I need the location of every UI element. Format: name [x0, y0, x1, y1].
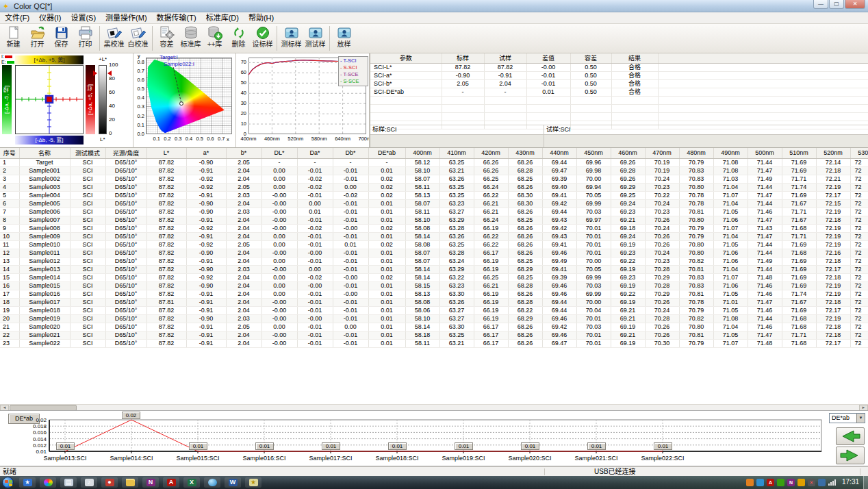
taskbar-word[interactable]: W — [225, 477, 241, 488]
打印-button[interactable]: 打印 — [73, 25, 97, 52]
close-button[interactable]: ✕ — [845, 0, 865, 9]
tray-network-signal[interactable] — [828, 479, 836, 486]
chevron-down-icon[interactable]: ▼ — [856, 414, 865, 423]
taskbar-windows-explorer[interactable] — [122, 477, 138, 488]
测试样-button[interactable]: 测试样 — [303, 25, 327, 52]
table-row[interactable]: 23Sample022SCID65/10°87.82-0.912.04-0.00… — [0, 339, 868, 347]
taskbar-adobe-reader[interactable]: A — [163, 477, 179, 488]
cie-sample-label[interactable]: Sample022:I — [164, 61, 194, 67]
minimize-button[interactable]: — — [813, 0, 828, 9]
column-header[interactable]: 400nm — [405, 148, 439, 158]
++库-button[interactable]: ++库 — [203, 25, 227, 52]
column-header[interactable]: 490nm — [713, 148, 748, 158]
trend-metric-dropdown[interactable]: DE*ab ▼ — [829, 413, 865, 423]
taskbar-app-star-yellow[interactable]: ★ — [245, 477, 261, 488]
table-row[interactable]: 1TargetSCID65/10°87.82-0.902.05----58.12… — [0, 158, 868, 166]
taskbar-media-app[interactable]: ♪ — [81, 477, 97, 488]
column-header[interactable]: 测试模式 — [70, 148, 105, 158]
column-header[interactable]: 530nm — [850, 148, 868, 158]
table-row[interactable]: 7Sample006SCID65/10°87.82-0.902.03-0.000… — [0, 208, 868, 216]
设标样-button[interactable]: 设标样 — [251, 25, 275, 52]
tray-tray-window-app[interactable] — [818, 479, 826, 486]
column-header[interactable]: 410nm — [439, 148, 474, 158]
menu-standard-library[interactable]: 标准库(D) — [201, 12, 244, 24]
show-desktop-button[interactable] — [863, 476, 868, 489]
column-header[interactable]: DE*ab — [368, 148, 405, 158]
cie-target-label[interactable]: Target:I — [159, 54, 178, 60]
table-row[interactable]: 12Sample011SCID65/10°87.82-0.902.04-0.00… — [0, 249, 868, 257]
column-header[interactable]: 440nm — [542, 148, 576, 158]
column-header[interactable]: 450nm — [576, 148, 611, 158]
menu-instrument[interactable]: 仪器(I) — [34, 12, 66, 24]
table-row[interactable]: 11Sample010SCID65/10°87.82-0.922.050.00-… — [0, 240, 868, 249]
taskbar-onenote[interactable]: N — [142, 477, 159, 488]
column-header[interactable]: 430nm — [508, 148, 542, 158]
白校准-button[interactable]: 白校准 — [126, 25, 150, 52]
menu-file[interactable]: 文件(F) — [0, 12, 34, 24]
保存-button[interactable]: 保存 — [49, 25, 73, 52]
column-header[interactable]: 480nm — [679, 148, 713, 158]
table-row[interactable]: 17Sample016SCID65/10°87.82-0.912.040.00-… — [0, 290, 868, 298]
menu-help[interactable]: 帮助(H) — [244, 12, 279, 24]
menu-measure[interactable]: 测量操作(M) — [101, 12, 152, 24]
table-row[interactable]: 16Sample015SCID65/10°87.82-0.902.040.00-… — [0, 281, 868, 290]
table-row[interactable]: 9Sample008SCID65/10°87.82-0.922.04-0.00-… — [0, 224, 868, 232]
删除-button[interactable]: 删除 — [227, 25, 251, 52]
放样-button[interactable]: 放样 — [332, 25, 356, 52]
column-header[interactable]: 420nm — [474, 148, 508, 158]
taskbar-clock[interactable]: 17:31 — [842, 478, 859, 486]
column-header[interactable]: 500nm — [748, 148, 782, 158]
tray-tray-acrobat[interactable]: A — [767, 479, 774, 486]
table-row[interactable]: 4Sample003SCID65/10°87.82-0.922.050.00-0… — [0, 183, 868, 191]
table-row[interactable]: 2Sample001SCID65/10°87.82-0.912.040.00-0… — [0, 166, 868, 175]
cie-plot-area[interactable] — [146, 58, 232, 134]
打开-button[interactable]: 打开 — [25, 25, 49, 52]
table-row[interactable]: 19Sample018SCID65/10°87.82-0.912.04-0.00… — [0, 306, 868, 314]
column-header[interactable]: DL* — [261, 148, 297, 158]
previous-page-button[interactable] — [836, 427, 865, 445]
table-row[interactable]: 22Sample021SCID65/10°87.82-0.912.04-0.00… — [0, 331, 868, 339]
column-header[interactable]: 520nm — [816, 148, 850, 158]
column-header[interactable]: 460nm — [611, 148, 645, 158]
taskbar-photo-viewer[interactable]: ▤ — [60, 477, 77, 488]
column-header[interactable]: 光源/角度 — [105, 148, 146, 158]
column-header[interactable]: 序号 — [0, 148, 19, 158]
column-header[interactable]: 510nm — [782, 148, 816, 158]
results-row[interactable]: SCI-b*2.052.04-0.010.50合格 — [370, 79, 868, 88]
容差-button[interactable]: 容差 — [155, 25, 179, 52]
新建-button[interactable]: 新建 — [1, 25, 25, 52]
column-header[interactable]: a* — [186, 148, 226, 158]
table-row[interactable]: 3Sample002SCID65/10°87.82-0.922.040.00-0… — [0, 175, 868, 183]
tray-tray-orange-app[interactable] — [746, 479, 754, 486]
table-row[interactable]: 8Sample007SCID65/10°87.82-0.912.04-0.00-… — [0, 216, 868, 224]
horizontal-scrollbar[interactable]: ◄ ► — [0, 404, 868, 410]
table-row[interactable]: 10Sample009SCID65/10°87.82-0.912.040.00-… — [0, 232, 868, 240]
menu-settings[interactable]: 设置(S) — [66, 12, 101, 24]
table-row[interactable]: 18Sample017SCID65/10°87.81-0.912.04-0.00… — [0, 298, 868, 306]
tray-tray-purple-app[interactable]: N — [787, 479, 795, 486]
menu-data-transfer[interactable]: 数据传输(T) — [152, 12, 201, 24]
maximize-button[interactable]: ▢ — [829, 0, 844, 9]
黑校准-button[interactable]: 黑校准 — [102, 25, 126, 52]
table-row[interactable]: 13Sample012SCID65/10°87.82-0.912.040.00-… — [0, 257, 868, 265]
taskbar-excel[interactable]: X — [183, 477, 200, 488]
taskbar-color-app[interactable] — [40, 477, 56, 488]
column-header[interactable]: 名称 — [19, 148, 70, 158]
table-row[interactable]: 21Sample020SCID65/10°87.82-0.912.050.00-… — [0, 323, 868, 331]
table-row[interactable]: 15Sample014SCID65/10°87.82-0.922.040.00-… — [0, 273, 868, 281]
start-button[interactable] — [2, 477, 14, 488]
taskbar-app-star-blue[interactable]: ★ — [19, 477, 36, 488]
column-header[interactable]: L* — [146, 148, 186, 158]
tray-tray-green-update[interactable] — [777, 479, 784, 486]
ab-difference-plot[interactable] — [15, 65, 84, 134]
column-header[interactable]: Da* — [297, 148, 333, 158]
taskbar-network-app[interactable] — [204, 477, 220, 488]
tray-tray-blue-app[interactable] — [756, 479, 764, 486]
table-row[interactable]: 14Sample013SCID65/10°87.82-0.902.03-0.00… — [0, 265, 868, 273]
taskbar-app-red[interactable]: ● — [101, 477, 118, 488]
标准库-button[interactable]: 标准库 — [179, 25, 203, 52]
column-header[interactable]: 470nm — [645, 148, 679, 158]
column-header[interactable]: Db* — [333, 148, 368, 158]
results-row[interactable]: SCI-a*-0.90-0.91-0.010.50合格 — [370, 71, 868, 79]
column-header[interactable]: b* — [226, 148, 261, 158]
